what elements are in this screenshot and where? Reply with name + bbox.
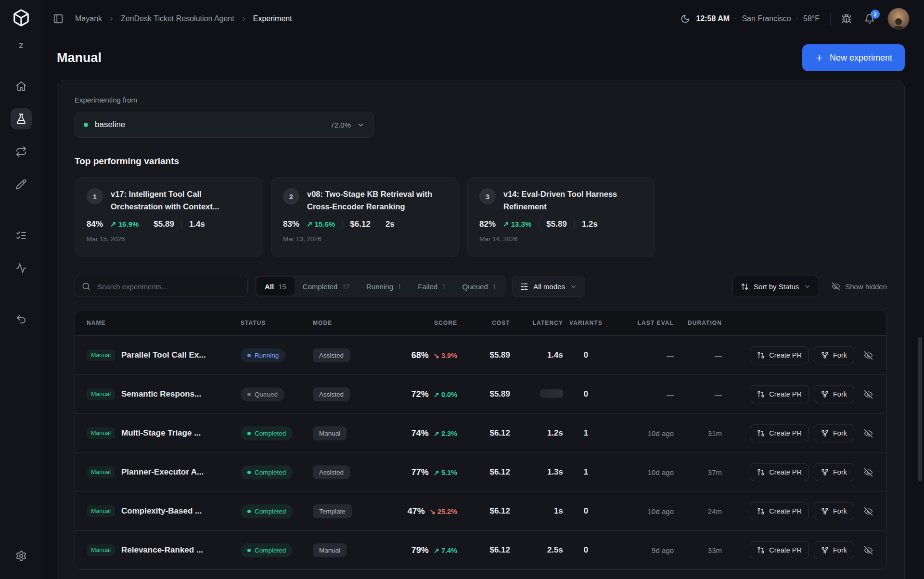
create-pr-button[interactable]: Create PR (750, 385, 809, 403)
app-logo-icon[interactable] (12, 9, 30, 27)
hide-row-button[interactable] (862, 388, 875, 401)
table-header: NAME STATUS MODE SCORE COST LATENCY VARI… (75, 310, 886, 335)
create-pr-button[interactable]: Create PR (750, 502, 809, 520)
variant-card[interactable]: 2 v08: Two-Stage KB Retrieval with Cross… (271, 177, 459, 257)
variant-cost: $5.89 (154, 219, 174, 229)
mode-badge: Assisted (313, 465, 350, 479)
table-row[interactable]: ManualPlanner-Executor A... Completed As… (75, 452, 886, 491)
scrollbar-thumb[interactable] (918, 337, 922, 481)
fork-button[interactable]: Fork (814, 385, 854, 403)
create-pr-button[interactable]: Create PR (750, 541, 809, 559)
hide-row-button[interactable] (862, 349, 875, 362)
workspace-initial[interactable]: Z (19, 41, 23, 50)
create-pr-button[interactable]: Create PR (750, 346, 809, 364)
fork-button[interactable]: Fork (814, 502, 854, 520)
col-mode: MODE (313, 320, 390, 326)
tab-completed[interactable]: Completed12 (295, 277, 358, 296)
fork-button[interactable]: Fork (814, 541, 854, 559)
git-pull-request-icon (757, 507, 765, 515)
arrow-up-icon: ↗ (434, 469, 439, 476)
breadcrumb-workspace[interactable]: Mayank (75, 14, 102, 23)
hide-row-button[interactable] (862, 427, 875, 440)
sidebar-item-tasks[interactable] (11, 225, 32, 246)
sidebar-item-editor[interactable] (11, 174, 32, 195)
create-pr-button[interactable]: Create PR (750, 424, 809, 442)
weather-city: San Francisco (742, 14, 791, 23)
table-row[interactable]: ManualMulti-Stage Triage ... Completed M… (75, 413, 886, 452)
mode-badge: Manual (313, 543, 346, 557)
tab-running[interactable]: Running1 (358, 277, 410, 296)
modes-filter-button[interactable]: All modes (512, 276, 585, 297)
divider (146, 219, 146, 229)
sidebar-item-experiments[interactable] (11, 108, 32, 129)
git-fork-icon (821, 429, 829, 437)
repeat-icon (15, 146, 27, 157)
user-avatar[interactable] (887, 8, 910, 30)
mode-badge: Assisted (313, 348, 350, 362)
new-experiment-button[interactable]: New experiment (802, 44, 905, 71)
hide-row-button[interactable] (862, 544, 875, 557)
tab-all[interactable]: All15 (257, 277, 295, 296)
sort-label: Sort by Status (754, 283, 799, 291)
table-row[interactable]: ManualComplexity-Based ... Completed Tem… (75, 491, 886, 530)
variant-delta: ↗ 15.6% (307, 220, 335, 229)
score-delta: ↗ 5.1% (434, 469, 457, 476)
eye-off-icon (864, 390, 873, 399)
hide-row-button[interactable] (862, 505, 875, 518)
sidebar-item-iterations[interactable] (11, 141, 32, 162)
breadcrumb-project[interactable]: ZenDesk Ticket Resolution Agent (121, 14, 234, 23)
sidebar-item-home[interactable] (11, 76, 32, 97)
arrow-up-down-icon (741, 283, 749, 291)
baseline-name: baseline (95, 120, 125, 129)
tab-failed[interactable]: Failed1 (410, 277, 454, 296)
manual-badge: Manual (87, 388, 115, 400)
topbar: Mayank ZenDesk Ticket Resolution Agent E… (42, 0, 924, 38)
table-row[interactable]: ManualParallel Tool Call Ex... Running A… (75, 335, 886, 374)
sidebar-item-settings[interactable] (11, 545, 32, 566)
search-input[interactable] (75, 276, 248, 297)
variant-title: v17: Intelligent Tool Call Orchestration… (111, 188, 250, 213)
fork-button[interactable]: Fork (814, 424, 854, 442)
list-checks-icon (15, 230, 27, 241)
fork-button[interactable]: Fork (814, 463, 854, 481)
variant-card[interactable]: 3 v14: Eval-Driven Tool Harness Refineme… (467, 177, 655, 257)
col-variants: VARIANTS (563, 320, 609, 326)
main-area: Mayank ZenDesk Ticket Resolution Agent E… (42, 0, 924, 579)
chevron-down-icon (570, 283, 577, 290)
variant-card[interactable]: 1 v17: Intelligent Tool Call Orchestrati… (75, 177, 262, 257)
variant-cost: $5.89 (546, 219, 567, 229)
show-hidden-toggle[interactable]: Show hidden (832, 282, 887, 291)
notifications-bell-icon[interactable]: 2 (864, 13, 875, 24)
score-value: 72% (411, 389, 429, 399)
tab-queued[interactable]: Queued1 (454, 277, 505, 296)
arrow-up-icon: ↗ (307, 220, 313, 228)
panel-toggle-icon[interactable] (53, 13, 64, 24)
col-score: SCORE (390, 320, 457, 326)
divider (378, 219, 378, 229)
sidebar-item-activity[interactable] (11, 257, 32, 279)
create-pr-button[interactable]: Create PR (750, 463, 809, 481)
sidebar-item-history[interactable] (11, 309, 32, 330)
hide-row-button[interactable] (862, 466, 875, 479)
last-eval-value: 10d ago (609, 507, 674, 515)
variant-score: 83% (283, 219, 299, 229)
fork-button[interactable]: Fork (814, 346, 854, 364)
sort-button[interactable]: Sort by Status (732, 276, 819, 297)
table-row[interactable]: ManualSemantic Respons... Queued Assiste… (75, 374, 886, 413)
baseline-select[interactable]: baseline 72.0% (75, 112, 374, 138)
col-name: NAME (87, 320, 241, 326)
experiment-name: Semantic Respons... (121, 389, 201, 399)
flask-icon (15, 113, 27, 125)
notification-count-badge: 2 (871, 10, 880, 19)
mode-badge: Assisted (313, 387, 350, 401)
table-row[interactable]: ManualRelevance-Ranked ... Completed Man… (75, 530, 886, 569)
breadcrumb: Mayank ZenDesk Ticket Resolution Agent E… (75, 14, 292, 23)
col-status: STATUS (241, 320, 313, 326)
git-pull-request-icon (757, 429, 765, 437)
arrow-up-icon: ↗ (434, 547, 439, 554)
bug-report-icon[interactable] (841, 13, 852, 24)
score-delta: ↗ 0.0% (434, 391, 457, 399)
score-delta: ↘ 25.2% (430, 508, 457, 515)
col-cost: COST (457, 320, 510, 326)
variants-count: 1 (563, 467, 609, 477)
